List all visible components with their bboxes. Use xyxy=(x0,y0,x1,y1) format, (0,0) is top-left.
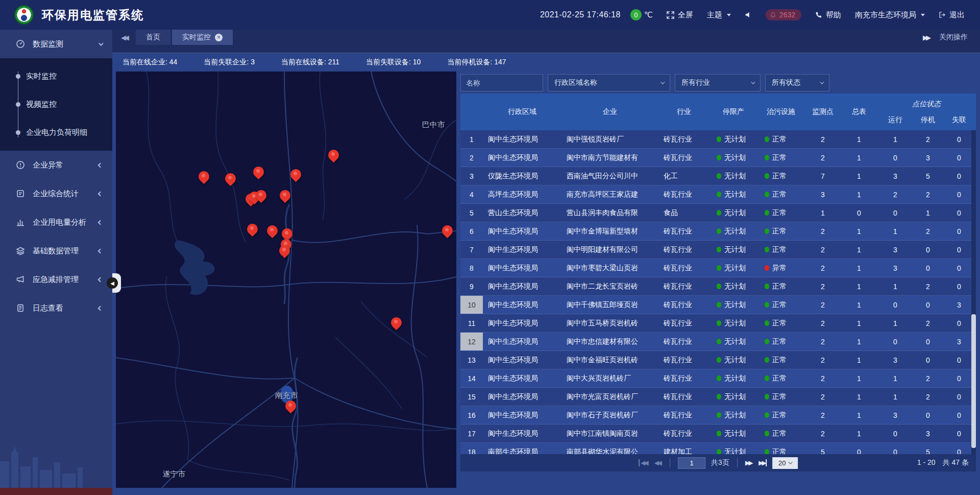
table-row[interactable]: 2阆中生态环境局阆中市南方节能建材有砖瓦行业无计划正常21030 xyxy=(460,149,976,167)
last-page-button[interactable]: ▶▶ xyxy=(758,459,766,466)
table-row[interactable]: 17阆中生态环境局阆中市江南镇阆南页岩砖瓦行业无计划正常21030 xyxy=(460,425,976,443)
map-marker-pin[interactable] xyxy=(279,245,290,256)
map-marker-pin[interactable] xyxy=(442,225,453,236)
map-panel[interactable]: 巴中市南充市遂宁市 xyxy=(116,72,456,488)
cell-row-number: 5 xyxy=(460,204,483,222)
status-filter-select[interactable]: 所有状态 xyxy=(765,74,829,91)
status-dot-green xyxy=(765,247,769,252)
table-row[interactable]: 11阆中生态环境局阆中市五马桥页岩机砖砖瓦行业无计划正常21120 xyxy=(460,314,976,333)
cell-running: 3 xyxy=(877,351,914,369)
table-row[interactable]: 9阆中生态环境局阆中市二龙长宝页岩砖砖瓦行业无计划正常21120 xyxy=(460,277,976,296)
cell-company: 阆中明阳建材有限公司 xyxy=(561,241,658,258)
table-row[interactable]: 14阆中生态环境局阆中大兴页岩机砖厂砖瓦行业无计划正常21120 xyxy=(460,369,976,388)
sidebar-group-1[interactable]: 数据监测 xyxy=(0,30,112,58)
sidebar-group-7[interactable]: 日志查看 xyxy=(0,294,112,322)
table-row[interactable]: 1阆中生态环境局阆中强锐页岩砖厂砖瓦行业无计划正常21120 xyxy=(460,130,976,149)
sidebar-item[interactable]: 实时监控 xyxy=(0,62,112,90)
table-row[interactable]: 3仪陇生态环境局西南油气田分公司川中化工无计划正常71350 xyxy=(460,167,976,185)
tabs-scroll-left-button[interactable]: ◀◀ xyxy=(112,30,136,45)
industry-filter-select[interactable]: 所有行业 xyxy=(675,74,761,91)
page-number-input[interactable] xyxy=(678,457,705,469)
fullscreen-button[interactable]: 全屏 xyxy=(667,10,693,20)
notification-pill[interactable]: 2632 xyxy=(766,9,801,20)
table-row[interactable]: 12阆中生态环境局阆中市忠信建材有限公砖瓦行业无计划正常21003 xyxy=(460,333,976,351)
map-marker-pin[interactable] xyxy=(267,225,278,236)
tabs-scroll-right-button[interactable]: ▶▶ xyxy=(923,34,929,41)
table-scrollbar-thumb[interactable] xyxy=(971,314,976,448)
region-filter-select[interactable]: 行政区域名称 xyxy=(548,74,670,91)
gauge-icon xyxy=(15,39,26,49)
status-dot-green xyxy=(765,394,769,399)
sidebar-group-6[interactable]: 应急减排管理 xyxy=(0,265,112,294)
status-dot-green xyxy=(765,228,769,234)
sidebar-group-label: 应急减排管理 xyxy=(33,275,99,285)
status-dot-green xyxy=(717,375,721,381)
sidebar-group-2[interactable]: 企业异常 xyxy=(0,151,112,179)
close-operations-button[interactable]: 关闭操作 xyxy=(939,33,968,42)
mute-button[interactable] xyxy=(745,11,752,18)
name-search-input[interactable] xyxy=(460,74,543,91)
next-page-button[interactable]: ▶▶ xyxy=(745,459,753,466)
page-size-select[interactable]: 20 xyxy=(772,457,798,469)
sidebar-group-4[interactable]: 企业用电量分析 xyxy=(0,208,112,237)
help-button[interactable]: 帮助 xyxy=(815,10,841,20)
map-marker-pin[interactable] xyxy=(285,400,296,411)
sidebar-group-5[interactable]: 基础数据管理 xyxy=(0,237,112,265)
cell-stop-limit: 无计划 xyxy=(709,277,757,295)
table-row[interactable]: 7阆中生态环境局阆中明阳建材有限公司砖瓦行业无计划正常21300 xyxy=(460,241,976,259)
table-row[interactable]: 4高坪生态环境局南充市高坪区王家店建砖瓦行业无计划正常31220 xyxy=(460,185,976,204)
tab-home[interactable]: 首页 xyxy=(136,30,170,45)
sidebar-collapse-handle[interactable]: ◀ xyxy=(112,273,121,293)
table-row[interactable]: 6阆中生态环境局阆中市金博瑞新型墙材砖瓦行业无计划正常21120 xyxy=(460,222,976,241)
table-row[interactable]: 16阆中生态环境局阆中市石子页岩机砖厂砖瓦行业无计划正常21300 xyxy=(460,406,976,425)
map-marker-pin[interactable] xyxy=(282,228,292,239)
map-marker-pin[interactable] xyxy=(253,167,264,177)
map-marker-pin[interactable] xyxy=(199,171,209,182)
cell-total-meter: 1 xyxy=(841,314,877,332)
table-row[interactable]: 10阆中生态环境局阆中千佛镇五郎垭页岩砖瓦行业无计划正常21003 xyxy=(460,296,976,314)
column-stop-limit: 停限产 xyxy=(709,93,757,130)
map-marker-pin[interactable] xyxy=(290,169,301,180)
speaker-icon xyxy=(745,11,752,18)
sidebar-item[interactable]: 视频监控 xyxy=(0,90,112,119)
sidebar-group-3[interactable]: 企业综合统计 xyxy=(0,179,112,208)
cell-region: 阆中生态环境局 xyxy=(483,277,561,295)
record-total-label: 共 47 条 xyxy=(943,458,969,467)
map-marker-pin[interactable] xyxy=(247,224,258,234)
cell-stopped: 2 xyxy=(914,277,942,295)
table-row[interactable]: 18南部生态环境局南部县砌华水泥有限公建材加工无计划正常50050 xyxy=(460,443,976,454)
cell-company: 阆中市石子页岩机砖厂 xyxy=(561,406,658,424)
tab-realtime-monitor[interactable]: 实时监控 × xyxy=(172,30,233,45)
sidebar-item[interactable]: 企业电力负荷明细 xyxy=(0,119,112,147)
table-row[interactable]: 8阆中生态环境局阆中市枣碧大梁山页岩砖瓦行业无计划异常21300 xyxy=(460,259,976,277)
theme-dropdown[interactable]: 主题 xyxy=(707,10,731,20)
map-marker-pin[interactable] xyxy=(256,190,266,201)
status-dot-green xyxy=(765,375,769,381)
cell-monitor-points: 2 xyxy=(804,222,841,240)
alert-icon xyxy=(15,160,26,170)
table-row[interactable]: 5营山生态环境局营山县润丰肉食品有限食品无计划正常10010 xyxy=(460,204,976,222)
cell-row-number: 14 xyxy=(460,369,483,387)
top-header-bar: 环保用电监管系统 2021-02-25 17:46:18 0 ℃ 全屏 主题 2… xyxy=(0,0,980,30)
table-row[interactable]: 13阆中生态环境局阆中市金福旺页岩机砖砖瓦行业无计划正常21300 xyxy=(460,351,976,369)
table-row[interactable]: 15阆中生态环境局阆中市光富页岩机砖厂砖瓦行业无计划正常21120 xyxy=(460,388,976,406)
logout-button[interactable]: 退出 xyxy=(939,10,965,20)
first-page-button[interactable]: ◀◀ xyxy=(639,459,648,466)
prev-page-button[interactable]: ◀◀ xyxy=(654,459,662,466)
status-dot-green xyxy=(717,431,721,436)
map-marker-pin[interactable] xyxy=(391,317,402,328)
chevron-down-icon xyxy=(751,80,755,84)
org-dropdown[interactable]: 南充市生态环境局 xyxy=(855,10,925,20)
map-marker-pin[interactable] xyxy=(225,173,236,184)
cell-total-meter: 1 xyxy=(841,167,877,185)
chevron-left-icon xyxy=(98,248,103,253)
cell-running: 0 xyxy=(877,443,914,454)
close-tab-icon[interactable]: × xyxy=(215,34,223,41)
record-range-label: 1 - 20 xyxy=(917,458,936,467)
map-marker-pin[interactable] xyxy=(280,190,290,201)
status-dot-green xyxy=(717,136,721,142)
cell-pollution-facility: 异常 xyxy=(757,259,804,277)
cell-industry: 砖瓦行业 xyxy=(658,351,709,369)
map-marker-pin[interactable] xyxy=(328,150,339,160)
cell-stop-limit: 无计划 xyxy=(709,388,757,406)
